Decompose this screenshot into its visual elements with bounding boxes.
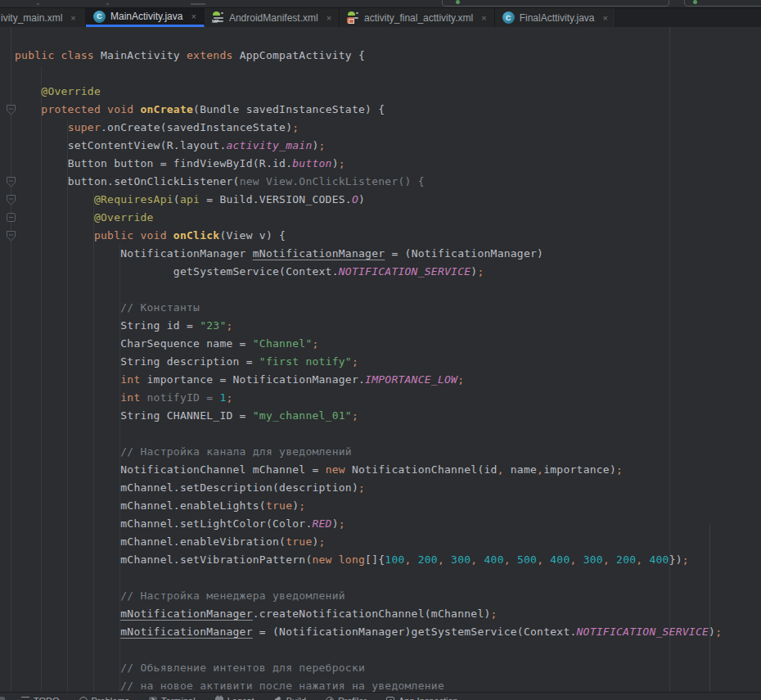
code-token: true [286,535,312,548]
fold-collapse-icon[interactable] [6,104,16,115]
code-line[interactable]: @RequiresApi(api = Build.VERSION_CODES.O… [15,191,722,209]
clipped-toolwindow-icon[interactable] [0,697,5,700]
code-line[interactable]: // Настройка менеджера уведомлений [15,587,722,605]
code-line[interactable]: int importance = NotificationManager.IMP… [15,371,722,389]
toolwindow-button-build[interactable]: Build [274,696,306,700]
fold-collapse-icon[interactable] [6,176,16,187]
code-token: super [68,121,101,133]
toolwindow-button-label: Build [286,696,306,700]
code-line[interactable]: public class MainActivity extends AppCom… [15,47,722,65]
toolwindow-button-label: App Inspection [399,696,458,700]
code-token [15,139,68,151]
code-token: = (NotificationManager)getSystemService(… [253,625,577,638]
tab-activity_final_acttivity.xml[interactable]: activity_final_acttivity.xml× [340,8,495,27]
tab-MainActivity.java[interactable]: CMainActivity.java× [86,8,205,27]
device-online-icon [693,0,697,4]
code-token: ; [358,481,365,494]
code-line[interactable]: // на новое активити после нажатия на ув… [15,677,722,692]
fold-collapse-icon[interactable] [6,194,16,205]
code-line[interactable]: mChannel.setVibrationPattern(new long[]{… [15,551,722,569]
fold-collapse-icon[interactable] [6,230,16,242]
tab-close-icon[interactable]: × [191,11,196,21]
code-line[interactable]: setContentView(R.layout.activity_main); [15,137,722,155]
code-line[interactable]: mChannel.setDescription(description); [15,479,722,497]
code-area[interactable]: public class MainActivity extends AppCom… [15,47,722,692]
code-token: = Build.VERSION_CODES. [200,193,352,205]
code-line[interactable]: String description = "first notify"; [15,353,722,371]
code-token: ) [312,535,318,548]
editor-tab-bar: ivity_main.xml×CMainActivity.java×MFAndr… [0,8,761,27]
code-line[interactable]: int notifyID = 1; [15,389,722,407]
code-line[interactable]: // Константы [15,299,722,317]
toolwindow-button-logcat[interactable]: Logcat [215,696,254,700]
code-token: ) [709,625,715,638]
code-line[interactable] [15,425,722,443]
code-line[interactable]: protected void onCreate(Bundle savedInst… [15,101,722,119]
code-token [15,85,41,97]
code-line[interactable]: getSystemService(Context.NOTIFICATION_SE… [15,263,722,281]
code-line[interactable]: String CHANNEL_ID = "my_channel_01"; [15,407,722,425]
logcat-icon [215,697,223,700]
code-line[interactable] [15,641,722,659]
code-line[interactable] [15,569,722,587]
code-token: @Override [41,85,101,97]
tab-AndroidManifest.xml[interactable]: MFAndroidManifest.xml× [205,8,340,27]
tab-ivity_main.xml[interactable]: ivity_main.xml× [0,8,86,27]
tab-close-icon[interactable]: × [70,13,75,23]
code-line[interactable]: mNotificationManager.createNotificationC… [15,605,722,623]
code-line[interactable]: String id = "23"; [15,317,722,335]
build-icon [274,697,282,700]
code-line[interactable]: super.onCreate(savedInstanceState); [15,119,722,137]
toolwindow-button-app-inspection[interactable]: App Inspection [386,696,458,700]
code-line[interactable]: mChannel.enableLights(true); [15,497,722,515]
code-token: ; [352,355,358,368]
toolwindow-button-todo[interactable]: TODO [21,696,60,700]
toolwindow-button-terminal[interactable]: Terminal [149,696,196,700]
inspect-icon [386,697,394,700]
code-token [15,301,120,314]
code-token: , [537,553,543,566]
code-token: button.setOnClickListener( [68,175,240,187]
device-widget[interactable] [684,0,761,7]
code-line[interactable]: CharSequence name = "Channel"; [15,335,722,353]
code-token [15,553,120,566]
code-line[interactable]: // Настройка канала для уведомлений [15,443,722,461]
tab-close-icon[interactable]: × [481,13,486,23]
code-line[interactable]: NotificationChannel mChannel = new Notif… [15,461,722,479]
code-line[interactable]: Button button = findViewById(R.id.button… [15,155,722,173]
toolwindow-button-problems[interactable]: Problems [79,696,129,700]
code-line[interactable] [15,281,722,299]
code-line[interactable]: mChannel.enableVibration(true); [15,533,722,551]
tab-bar-empty-space [616,8,761,27]
java-class-icon: C [93,11,106,23]
code-line[interactable]: public void onClick(View v) { [15,227,722,245]
code-token: mChannel.setLightColor(Color. [120,517,312,530]
code-token: public void [94,229,173,242]
tab-close-icon[interactable]: × [326,13,331,23]
code-token: 400 [484,553,504,566]
fold-collapse-icon[interactable] [6,212,16,224]
code-line[interactable]: mNotificationManager = (NotificationMana… [15,623,722,641]
run-configuration-widget[interactable] [442,0,669,7]
code-editor[interactable]: public class MainActivity extends AppCom… [0,27,761,692]
code-line[interactable]: @Override [15,209,722,227]
code-token: setContentView(R.layout. [68,139,227,151]
code-line[interactable]: mChannel.setLightColor(Color.RED); [15,515,722,533]
tab-close-icon[interactable]: × [602,13,607,23]
code-line[interactable]: @Override [15,83,722,101]
code-line[interactable]: // Обьявление интентов для переброски [15,659,722,677]
code-token: NOTIFICATION_SERVICE [577,625,709,638]
toolwindow-button-profiler[interactable]: Profiler [326,696,367,700]
code-token: 400 [649,553,669,566]
tab-FinalActtivity.java[interactable]: CFinalActtivity.java× [495,8,616,27]
code-line[interactable]: button.setOnClickListener(new View.OnCli… [15,173,722,191]
code-token: NotificationManager [120,247,253,260]
code-token: new [326,463,352,476]
code-line[interactable] [15,65,722,83]
toolbar-mark [106,3,109,5]
code-line[interactable]: NotificationManager mNotificationManager… [15,245,722,263]
android-layout-file-icon [347,11,359,24]
code-token: O [352,193,358,205]
gutter-separator [11,27,11,692]
tool-window-bar: TODOProblemsTerminalLogcatBuildProfilerA… [0,692,761,700]
